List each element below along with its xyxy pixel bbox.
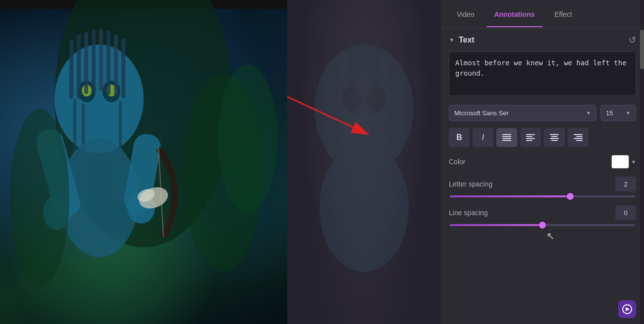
svg-rect-51 — [576, 140, 583, 141]
svg-rect-38 — [502, 138, 511, 139]
bold-button[interactable]: B — [449, 128, 470, 147]
letter-spacing-value[interactable]: 2 — [615, 177, 636, 191]
tab-video[interactable]: Video — [449, 6, 483, 22]
svg-rect-37 — [502, 136, 511, 137]
cursor-pointer-icon: ↖ — [546, 230, 555, 242]
font-family-select[interactable]: Microsoft Sans Ser ▼ — [449, 105, 596, 121]
tabs-bar: Video Annotations Effect — [441, 0, 644, 29]
svg-rect-50 — [574, 138, 583, 139]
line-spacing-thumb[interactable] — [539, 222, 546, 229]
video-panel — [0, 0, 287, 324]
svg-point-30 — [320, 143, 409, 272]
svg-rect-42 — [526, 138, 535, 139]
svg-rect-43 — [526, 140, 533, 141]
svg-rect-33 — [347, 40, 381, 114]
line-spacing-track[interactable] — [450, 224, 635, 226]
tab-effect[interactable]: Effect — [546, 6, 580, 22]
line-spacing-label: Line spacing — [449, 209, 488, 217]
color-label: Color — [449, 158, 465, 166]
line-spacing-label-row: Line spacing 0 — [449, 205, 636, 220]
italic-button[interactable]: I — [473, 128, 493, 147]
capcut-logo-button[interactable] — [618, 300, 636, 318]
video-canvas — [0, 0, 287, 324]
svg-rect-39 — [502, 140, 511, 141]
collapse-arrow-icon[interactable]: ▼ — [449, 37, 455, 44]
cursor-area: ↖ — [449, 230, 636, 240]
font-row: Microsoft Sans Ser ▼ 15 ▼ — [449, 105, 636, 121]
letter-spacing-label-row: Letter spacing 2 — [449, 177, 636, 191]
svg-rect-49 — [576, 136, 583, 137]
align-center-button[interactable] — [544, 128, 565, 147]
font-family-chevron-icon: ▼ — [586, 110, 591, 116]
font-size-value: 15 — [606, 109, 613, 117]
letter-spacing-fill — [450, 195, 570, 197]
color-swatch-container[interactable]: ▼ — [611, 155, 636, 169]
video-background — [0, 0, 287, 324]
svg-rect-47 — [551, 140, 558, 141]
font-family-value: Microsoft Sans Ser — [454, 109, 509, 117]
align-center-icon — [550, 134, 559, 141]
section-header: ▼ Text ↺ — [449, 35, 636, 46]
letter-spacing-thumb[interactable] — [567, 193, 574, 200]
format-buttons-row: B I — [449, 128, 636, 147]
svg-rect-36 — [502, 134, 511, 135]
align-justify-icon — [502, 134, 511, 141]
font-size-chevron-icon: ▼ — [626, 110, 631, 116]
align-justify-button[interactable] — [496, 128, 517, 147]
line-spacing-section: Line spacing 0 — [449, 205, 636, 226]
text-content-input[interactable] — [449, 51, 636, 96]
letter-spacing-label: Letter spacing — [449, 180, 492, 188]
svg-rect-45 — [551, 136, 558, 137]
line-spacing-fill — [450, 224, 542, 226]
svg-rect-48 — [574, 134, 583, 135]
svg-rect-46 — [550, 138, 559, 139]
align-right-icon — [574, 134, 583, 141]
align-left-button[interactable] — [520, 128, 541, 147]
svg-rect-41 — [526, 136, 533, 137]
reset-icon[interactable]: ↺ — [629, 35, 636, 46]
tab-annotations[interactable]: Annotations — [486, 6, 543, 22]
section-title-row: ▼ Text — [449, 36, 475, 45]
line-spacing-value[interactable]: 0 — [615, 205, 636, 220]
svg-rect-44 — [550, 134, 559, 135]
capcut-logo-icon — [622, 304, 633, 315]
font-size-select[interactable]: 15 ▼ — [600, 105, 636, 121]
color-chevron-icon: ▼ — [631, 159, 636, 165]
letter-spacing-section: Letter spacing 2 — [449, 177, 636, 197]
scrollbar-strip[interactable] — [640, 0, 644, 324]
section-title: Text — [459, 36, 475, 45]
panel-content: ▼ Text ↺ Microsoft Sans Ser ▼ 15 ▼ B I — [441, 29, 644, 324]
svg-rect-40 — [526, 134, 535, 135]
color-row: Color ▼ — [449, 155, 636, 169]
letter-spacing-track[interactable] — [450, 195, 635, 197]
color-swatch[interactable] — [611, 155, 629, 169]
right-panel: Video Annotations Effect ▼ Text ↺ Micros… — [441, 0, 644, 324]
scrollbar-thumb[interactable] — [640, 30, 644, 69]
align-left-icon — [526, 134, 535, 141]
middle-panel — [287, 0, 441, 324]
align-right-button[interactable] — [568, 128, 589, 147]
